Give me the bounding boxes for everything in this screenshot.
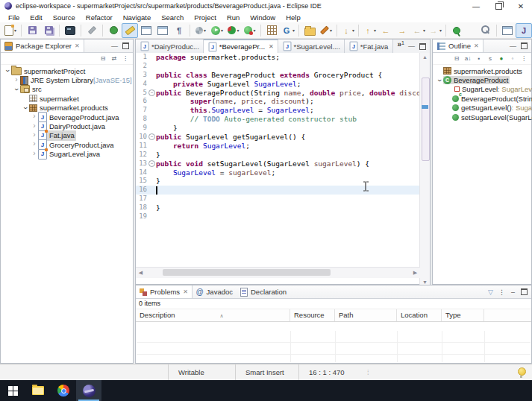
collapse-all-button[interactable]: ⊟ [98, 54, 107, 63]
tree-item-beverageproduct-java[interactable]: ›BeverageProduct.java [1, 113, 133, 121]
debug-button[interactable]: ▾ [193, 23, 209, 38]
hide-static-button[interactable]: s [486, 54, 495, 63]
pin-editor-button[interactable] [448, 23, 465, 38]
vertical-scrollbar[interactable]: ▲ ▼ [419, 53, 430, 286]
menu-navigate[interactable]: Navigate [118, 13, 157, 22]
mark-occurrences-toggle[interactable] [122, 23, 138, 38]
close-view-icon[interactable]: ✕ [474, 42, 479, 49]
scroll-right-icon[interactable]: ▶ [410, 268, 420, 277]
code-line-14[interactable]: 14 SugarLevel = sugarLevel; [136, 168, 420, 177]
back-button[interactable]: ←▾ [410, 23, 427, 38]
menu-source[interactable]: Source [48, 13, 81, 22]
file-explorer-button[interactable] [25, 380, 51, 401]
close-tab-icon[interactable]: ✕ [269, 43, 274, 50]
collapse-arrow-icon[interactable]: › [22, 104, 29, 112]
tree-item-supermarket-products[interactable]: supermarket.products [433, 66, 531, 75]
tree-item-dairyproduct-java[interactable]: ›DairyProduct.java [1, 121, 133, 130]
expand-arrow-icon[interactable]: › [31, 122, 38, 130]
expand-arrow-icon[interactable]: › [31, 140, 38, 148]
tree-item-beverageproduct-string-double-double[interactable]: BeverageProduct(String, double, double) [433, 94, 531, 103]
profile-button[interactable]: ▾ [242, 23, 258, 38]
collapse-arrow-icon[interactable]: › [436, 77, 443, 84]
print-button[interactable] [84, 23, 100, 38]
code-line-15[interactable]: 15} [136, 177, 420, 186]
column-header-type[interactable]: Type [442, 309, 484, 321]
close-view-icon[interactable]: ✕ [183, 288, 188, 295]
hidden-tabs-chevron[interactable]: »1 [393, 40, 407, 53]
scroll-up-icon[interactable]: ▲ [420, 53, 430, 61]
maximize-view-button[interactable] [418, 42, 428, 51]
code-line-10[interactable]: 10−public SugarLevel getSugarLevel() { [136, 133, 420, 142]
link-with-editor-button[interactable]: ⇄ [110, 54, 119, 63]
restore-window-button[interactable] [487, 0, 510, 12]
expand-arrow-icon[interactable]: › [31, 113, 38, 120]
code-editor[interactable]: 1package supermarket.products;23public c… [136, 53, 420, 270]
open-perspective-button[interactable] [499, 23, 516, 38]
tree-item-jre-system-library[interactable]: ›JRE System Library [JavaSE-15] [1, 75, 133, 84]
external-tools-button[interactable]: ▾ [318, 23, 334, 38]
open-file-button[interactable] [301, 23, 318, 38]
editor-tab-dairyproduc[interactable]: *DairyProduc... [136, 40, 204, 53]
close-window-button[interactable]: ✕ [510, 0, 532, 12]
tree-item-src[interactable]: ›src [1, 85, 133, 94]
code-line-16[interactable]: 16 [136, 186, 420, 195]
code-line-18[interactable]: 18} [136, 203, 420, 212]
tree-item-getsugarlevel[interactable]: getSugarLevel() : SugarLevel [433, 104, 531, 113]
editor-tab-fat-java[interactable]: *Fat.java [345, 40, 393, 53]
tree-item-supermarket-products[interactable]: ›supermarket.products [1, 104, 133, 113]
save-all-button[interactable] [40, 23, 57, 38]
tree-item-sugarlevel[interactable]: SugarLevel : SugarLevel [433, 85, 531, 94]
filter-button[interactable]: ▽ [486, 288, 495, 297]
menu-search[interactable]: Search [156, 13, 189, 22]
fold-marker-icon[interactable]: − [148, 89, 156, 98]
code-line-19[interactable]: 19 [136, 212, 420, 221]
editor-tab-beveragepr[interactable]: *BeveragePr...✕ [204, 40, 278, 53]
maximize-button[interactable] [519, 288, 529, 297]
hide-fields-button[interactable]: ▪ [475, 54, 484, 63]
view-menu-button[interactable]: ⋮ [497, 288, 507, 297]
start-button[interactable] [0, 380, 25, 401]
eclipse-button[interactable] [76, 380, 101, 401]
maximize-view-button[interactable] [519, 42, 529, 51]
minimize-view-button[interactable]: — [110, 42, 119, 51]
horizontal-scroll-thumb[interactable] [163, 269, 331, 276]
show-whitespace-button[interactable]: ¶ [171, 23, 187, 38]
hide-non-public-button[interactable]: ● [497, 54, 506, 63]
code-line-1[interactable]: 1package supermarket.products; [136, 53, 420, 62]
navigate-up-button[interactable]: ↑▾ [361, 23, 378, 38]
previous-edit-button[interactable]: ← [378, 23, 394, 38]
code-line-7[interactable]: 7 this.SugarLevel = SugarLevel; [136, 106, 420, 115]
view-menu-button[interactable]: ⋮ [519, 54, 528, 63]
minimize-view-button[interactable]: — [508, 42, 518, 51]
code-line-9[interactable]: 9 } [136, 124, 420, 133]
connect-button[interactable] [105, 23, 122, 38]
tree-item-setsugarlevel-sugarlevel[interactable]: setSugarLevel(SugarLevel) [433, 113, 531, 121]
last-edit-location-button[interactable]: ↓▾ [339, 23, 356, 38]
coverage-button[interactable]: ▾ [225, 23, 242, 38]
tab-declaration[interactable]: Declaration [237, 285, 290, 298]
code-line-3[interactable]: 3public class BeverageProduct extends Gr… [136, 71, 420, 80]
menu-help[interactable]: Help [281, 13, 306, 22]
editor-tab-sugarlevel[interactable]: *SugarLevel.... [278, 40, 345, 53]
code-line-6[interactable]: 6 super(name, price, discount); [136, 97, 420, 106]
close-view-icon[interactable]: ✕ [75, 42, 80, 49]
tab-javadoc[interactable]: @Javadoc [193, 285, 237, 298]
column-header-description[interactable]: Description∧ [136, 309, 290, 321]
column-header-path[interactable]: Path [335, 309, 397, 321]
code-line-11[interactable]: 11 return SugarLevel; [136, 142, 420, 151]
tree-item-sugarlevel-java[interactable]: ›SugarLevel.java [1, 150, 133, 159]
sort-button[interactable]: a↓ [463, 54, 472, 63]
view-menu-button[interactable]: ⋮ [121, 54, 130, 63]
outline-tab[interactable]: Outline ✕ [433, 40, 484, 52]
fold-marker-icon[interactable]: − [148, 160, 156, 168]
code-line-13[interactable]: 13−public void setSugarLevel(SugarLevel … [136, 160, 420, 168]
code-line-5[interactable]: 5−public BeverageProduct(String name, do… [136, 89, 420, 98]
collapse-arrow-icon[interactable]: › [4, 67, 11, 75]
expand-arrow-icon[interactable]: › [31, 150, 38, 157]
collapse-arrow-icon[interactable]: › [13, 86, 20, 93]
collapse-all-button[interactable]: ⊟ [452, 54, 461, 63]
code-line-4[interactable]: 4 private SugarLevel SugarLevel; [136, 80, 420, 89]
code-line-17[interactable]: 17 [136, 195, 420, 203]
new-button[interactable]: ▾ [2, 23, 19, 38]
scroll-left-icon[interactable]: ◀ [136, 268, 145, 277]
